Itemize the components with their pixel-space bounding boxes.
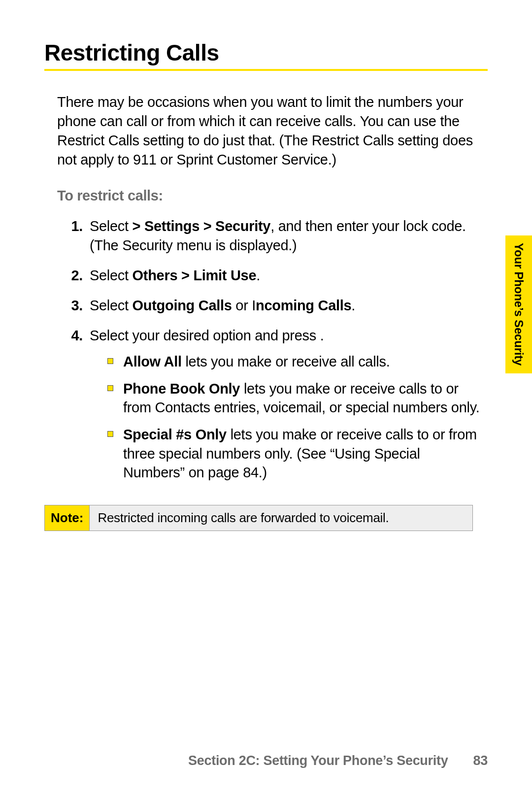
square-bullet-icon bbox=[107, 431, 113, 437]
text: Select bbox=[90, 218, 133, 234]
note-callout: Note: Restricted incoming calls are forw… bbox=[44, 505, 473, 531]
option-name: Phone Book Only bbox=[123, 381, 240, 397]
procedure-subhead: To restrict calls: bbox=[57, 188, 483, 204]
page-heading: Restricting Calls bbox=[44, 39, 488, 71]
option-name: Special #s Only bbox=[123, 427, 227, 442]
text: . bbox=[256, 267, 260, 283]
text: . bbox=[351, 298, 355, 313]
square-bullet-icon bbox=[107, 358, 113, 364]
option-phone-book-only: Phone Book Only lets you make or receive… bbox=[107, 379, 483, 417]
step-number: 4. bbox=[67, 326, 90, 490]
step-body: Select your desired option and press . A… bbox=[90, 326, 483, 490]
text: or I bbox=[232, 298, 256, 313]
text: . bbox=[320, 328, 324, 343]
step-body: Select Outgoing Calls or Incoming Calls. bbox=[90, 296, 483, 315]
menu-path: Others > Limit Use bbox=[133, 267, 257, 283]
intro-paragraph: There may be occasions when you want to … bbox=[57, 93, 483, 170]
step-body: Select Others > Limit Use. bbox=[90, 266, 483, 285]
text: Select your desired option and press bbox=[90, 328, 320, 343]
option-allow-all: Allow All lets you make or receive all c… bbox=[107, 352, 483, 371]
step-4: 4. Select your desired option and press … bbox=[67, 326, 483, 490]
steps-list: 1. Select > Settings > Security, and the… bbox=[57, 217, 483, 490]
step-number: 1. bbox=[67, 217, 90, 255]
option-incoming: ncoming Calls bbox=[256, 298, 351, 313]
option-desc: lets you make or receive all calls. bbox=[182, 354, 390, 369]
options-list: Allow All lets you make or receive all c… bbox=[90, 352, 483, 482]
note-text: Restricted incoming calls are forwarded … bbox=[90, 505, 472, 531]
option-special-nums-only: Special #s Only lets you make or receive… bbox=[107, 425, 483, 482]
menu-path: > Settings > Security bbox=[133, 218, 271, 234]
option-body: Phone Book Only lets you make or receive… bbox=[123, 379, 483, 417]
step-1: 1. Select > Settings > Security, and the… bbox=[67, 217, 483, 255]
square-bullet-icon bbox=[107, 385, 113, 391]
step-body: Select > Settings > Security, and then e… bbox=[90, 217, 483, 255]
section-thumb-label: Your Phone’s Security bbox=[512, 243, 526, 366]
step-3: 3. Select Outgoing Calls or Incoming Cal… bbox=[67, 296, 483, 315]
note-label: Note: bbox=[45, 505, 90, 531]
option-body: Special #s Only lets you make or receive… bbox=[123, 425, 483, 482]
step-2: 2. Select Others > Limit Use. bbox=[67, 266, 483, 285]
footer-section-title: Section 2C: Setting Your Phone’s Securit… bbox=[188, 753, 448, 768]
option-outgoing: Outgoing Calls bbox=[133, 298, 232, 313]
section-thumb-tab: Your Phone’s Security bbox=[505, 235, 532, 373]
page-footer: Section 2C: Setting Your Phone’s Securit… bbox=[188, 753, 488, 768]
option-name: Allow All bbox=[123, 354, 182, 369]
footer-page-number: 83 bbox=[473, 753, 488, 768]
text: Select bbox=[90, 298, 133, 313]
option-body: Allow All lets you make or receive all c… bbox=[123, 352, 483, 371]
step-number: 3. bbox=[67, 296, 90, 315]
body-block: There may be occasions when you want to … bbox=[44, 93, 488, 531]
manual-page: Restricting Calls There may be occasions… bbox=[0, 0, 532, 798]
text: Select bbox=[90, 267, 133, 283]
step-number: 2. bbox=[67, 266, 90, 285]
